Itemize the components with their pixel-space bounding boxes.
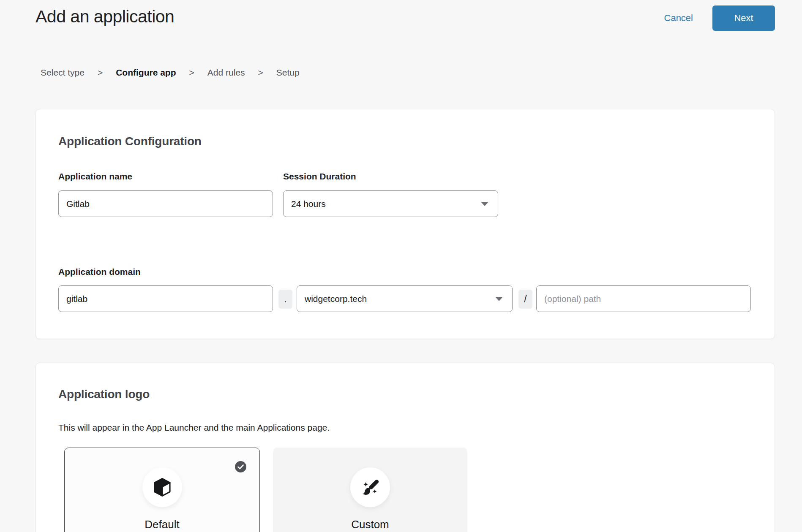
path-input[interactable] (536, 285, 751, 312)
application-configuration-card: Application Configuration Application na… (35, 109, 775, 339)
header-actions: Cancel Next (664, 5, 775, 31)
logo-option-label: Default (65, 518, 259, 531)
cancel-button[interactable]: Cancel (664, 13, 693, 24)
paintbrush-icon (360, 478, 380, 497)
custom-logo-circle (350, 467, 390, 507)
breadcrumb: Select type > Configure app > Add rules … (41, 68, 300, 78)
application-domain-label: Application domain (58, 267, 141, 277)
session-duration-label: Session Duration (283, 171, 356, 182)
logo-option-default[interactable]: Default (64, 448, 260, 532)
application-name-input[interactable] (58, 190, 273, 217)
domain-select-value: widgetcorp.tech (305, 294, 367, 304)
session-duration-select[interactable]: 24 hours (283, 190, 498, 217)
cube-icon (153, 477, 172, 497)
breadcrumb-separator: > (258, 68, 263, 78)
logo-card-title: Application logo (58, 388, 150, 401)
logo-option-label: Custom (273, 518, 467, 531)
domain-select[interactable]: widgetcorp.tech (297, 285, 513, 312)
domain-dot-separator: . (278, 290, 292, 309)
caret-down-icon (481, 202, 488, 206)
application-name-label: Application name (58, 171, 132, 182)
subdomain-input[interactable] (58, 285, 273, 312)
breadcrumb-step-configure-app[interactable]: Configure app (116, 68, 176, 78)
next-button[interactable]: Next (712, 5, 775, 31)
session-duration-value: 24 hours (291, 199, 326, 209)
logo-card-description: This will appear in the App Launcher and… (58, 423, 330, 433)
breadcrumb-step-select-type[interactable]: Select type (41, 68, 85, 78)
default-logo-circle (142, 467, 182, 507)
breadcrumb-step-setup[interactable]: Setup (276, 68, 300, 78)
domain-slash-separator: / (518, 290, 532, 309)
application-logo-card: Application logo This will appear in the… (35, 363, 775, 532)
breadcrumb-step-add-rules[interactable]: Add rules (207, 68, 245, 78)
logo-option-custom[interactable]: Custom (273, 448, 467, 532)
selected-check-icon (235, 461, 246, 472)
caret-down-icon (495, 297, 503, 301)
configuration-card-title: Application Configuration (58, 135, 202, 148)
page-title: Add an application (35, 7, 174, 27)
breadcrumb-separator: > (189, 68, 194, 78)
breadcrumb-separator: > (98, 68, 103, 78)
